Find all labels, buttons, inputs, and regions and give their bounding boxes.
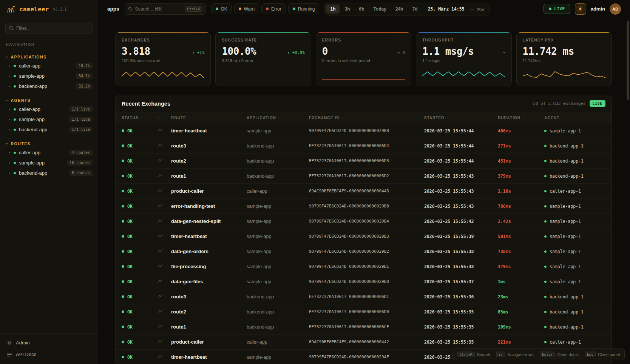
- agent-status-dot: [544, 311, 547, 313]
- route-trace-icon[interactable]: [158, 188, 171, 195]
- agent-status-dot: [544, 175, 547, 177]
- stat-delta: ↑ +1%: [192, 50, 204, 57]
- filter-pill-running[interactable]: Running: [288, 3, 320, 14]
- route-trace-icon[interactable]: [158, 173, 171, 180]
- table-row[interactable]: OK route3 backend-app EE7322370A10617-00…: [116, 289, 611, 304]
- status-cell: OK: [122, 128, 158, 134]
- filter-pill-warn[interactable]: Warn: [234, 3, 259, 14]
- table-row[interactable]: OK file-processing sample-app 90799F47E6…: [116, 259, 611, 274]
- sparkline-chart: [523, 68, 605, 81]
- column-header-agent[interactable]: AGENT ↕: [544, 116, 605, 120]
- sidebar-item-route-group[interactable]: ▸ sample-app 16 routes: [0, 158, 98, 168]
- range-button-1h[interactable]: 1h: [326, 5, 340, 14]
- route-trace-icon[interactable]: [158, 354, 171, 361]
- duration-value: 23ms: [498, 294, 544, 299]
- agent-cell: sample-app-1: [544, 128, 605, 134]
- status-label: OK: [127, 234, 133, 239]
- column-header-route[interactable]: ROUTE ↕: [171, 116, 247, 120]
- sidebar-item-route-group[interactable]: ▸ caller-app 4 routes: [0, 147, 98, 158]
- logo[interactable]: cameleer v3.2.1: [0, 0, 98, 18]
- column-header-application[interactable]: APPLICATION ↕: [247, 116, 309, 120]
- route-trace-icon[interactable]: [158, 324, 171, 330]
- route-trace-icon[interactable]: [158, 293, 171, 300]
- sidebar-filter-input[interactable]: [16, 26, 89, 31]
- route-name: route3: [171, 294, 247, 299]
- sidebar-item-agent[interactable]: ▸ sample-app 1/1 live: [0, 114, 98, 124]
- admin-link[interactable]: Admin: [0, 337, 98, 349]
- filter-pill-error[interactable]: Error: [261, 3, 286, 14]
- sidebar-item-route-group[interactable]: ▸ backend-app 6 routes: [0, 168, 98, 178]
- section-header-routes[interactable]: ▾ ROUTES: [0, 140, 98, 147]
- route-trace-icon[interactable]: [158, 309, 171, 315]
- search-input[interactable]: [135, 6, 182, 12]
- sidebar-item-application[interactable]: ▸ backend-app 32.2k: [0, 81, 98, 91]
- route-trace-icon[interactable]: [158, 248, 171, 255]
- table-row[interactable]: OK data-gen-nested-split sample-app 9079…: [116, 214, 611, 229]
- agent-status-dot: [544, 220, 547, 223]
- table-row[interactable]: OK route2 backend-app EE7322370A10617-00…: [116, 304, 611, 319]
- route-trace-icon[interactable]: [158, 233, 171, 240]
- column-header-status[interactable]: STATUS ↕: [122, 116, 158, 120]
- route-name: route3: [171, 143, 247, 149]
- table-row[interactable]: OK product-caller caller-app 69AC90BF8EB…: [116, 335, 611, 350]
- api-docs-link[interactable]: API Docs: [0, 349, 98, 360]
- column-header-started[interactable]: STARTED ↕: [424, 116, 498, 120]
- section-header-applications[interactable]: ▾ APPLICATIONS: [0, 53, 98, 61]
- section-header-agents[interactable]: ▾ AGENTS: [0, 97, 98, 104]
- table-row[interactable]: OK product-caller caller-app 69AC90BF8EB…: [116, 184, 611, 199]
- range-button-6h[interactable]: 6h: [355, 5, 369, 14]
- sidebar-item-agent[interactable]: ▸ caller-app 1/1 live: [0, 104, 98, 114]
- filter-pill-ok[interactable]: OK: [211, 3, 232, 14]
- sidebar-filter[interactable]: [5, 23, 93, 34]
- theme-toggle-button[interactable]: [575, 3, 586, 15]
- exchange-id: 90799F47E6CD24D-00000000000029B0: [309, 279, 424, 284]
- agent-name: sample-app-1: [550, 219, 581, 224]
- table-row[interactable]: OK timer-heartbeat sample-app 90799F47E6…: [116, 229, 611, 244]
- sidebar-item-application[interactable]: ▸ caller-app 10.7k: [0, 61, 98, 71]
- range-button-today[interactable]: Today: [369, 5, 391, 14]
- search-box[interactable]: Ctrl+K: [125, 3, 206, 15]
- route-name: product-caller: [171, 188, 247, 194]
- exchange-id: EE7322370A10617-00000000000006D1: [309, 294, 424, 299]
- range-button-24h[interactable]: 24h: [391, 5, 408, 14]
- range-button-7d[interactable]: 7d: [408, 5, 422, 14]
- table-row[interactable]: OK route1 backend-app EE7322370A10617-00…: [116, 319, 611, 335]
- table-row[interactable]: OK data-gen-orders sample-app 90799F47E6…: [116, 244, 611, 259]
- table-row[interactable]: OK timer-heartbeat sample-app 90799F47E6…: [116, 123, 611, 138]
- route-trace-icon[interactable]: [158, 339, 171, 346]
- status-dot: [14, 162, 16, 164]
- route-trace-icon[interactable]: [158, 143, 171, 149]
- application-name: sample-app: [247, 128, 309, 134]
- column-header-duration[interactable]: DURATION ↕: [498, 116, 544, 120]
- sort-icon: ↕: [158, 116, 160, 120]
- scrollbar-thumb[interactable]: [627, 21, 629, 100]
- sidebar-item-application[interactable]: ▸ sample-app 84.1k: [0, 71, 98, 81]
- duration-value: 1.10s: [498, 189, 544, 194]
- column-header-exchange-id[interactable]: EXCHANGE ID ↕: [309, 116, 424, 120]
- live-toggle[interactable]: LIVE: [544, 4, 570, 14]
- status-cell: OK: [122, 158, 158, 164]
- route-trace-icon[interactable]: [158, 263, 171, 270]
- range-button-3h[interactable]: 3h: [340, 5, 354, 14]
- sidebar-item-agent[interactable]: ▸ backend-app 1/1 live: [0, 124, 98, 135]
- agent-name: sample-app-1: [550, 264, 581, 269]
- started-timestamp: 2026-03-25 15:55:43: [424, 189, 498, 194]
- table-row[interactable]: OK data-gen-files sample-app 90799F47E6C…: [116, 274, 611, 289]
- route-trace-icon[interactable]: [158, 158, 171, 164]
- column-header-trace[interactable]: ↕: [158, 116, 171, 120]
- chevron-right-icon: ▸: [9, 151, 11, 154]
- route-trace-icon[interactable]: [158, 278, 171, 285]
- table-row[interactable]: OK route2 backend-app EE7322370A10617-00…: [116, 154, 611, 169]
- stat-subtitle: 0 errors in selected period: [322, 58, 405, 63]
- table-row[interactable]: OK route1 backend-app EE7322370A10617-00…: [116, 169, 611, 184]
- search-icon: [9, 26, 14, 31]
- avatar[interactable]: AD: [610, 3, 621, 15]
- agent-status-dot: [544, 205, 547, 207]
- route-trace-icon[interactable]: [158, 127, 171, 134]
- table-row[interactable]: OK route3 backend-app EE7322370A10617-00…: [116, 138, 611, 154]
- route-trace-icon[interactable]: [158, 203, 171, 210]
- route-name: error-handling-test: [171, 203, 247, 209]
- route-trace-icon[interactable]: [158, 218, 171, 225]
- table-row[interactable]: OK error-handling-test sample-app 90799F…: [116, 199, 611, 214]
- live-dot: [549, 8, 551, 10]
